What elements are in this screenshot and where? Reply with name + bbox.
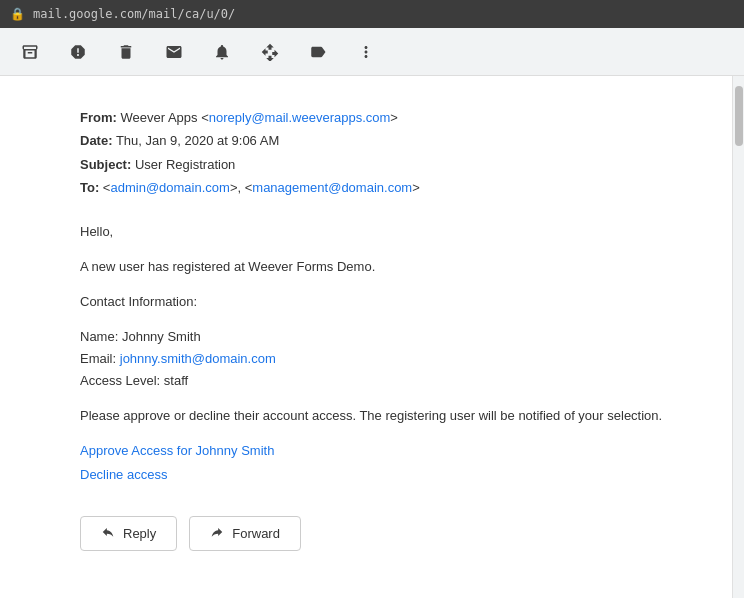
to-email-1[interactable]: admin@domain.com xyxy=(110,180,229,195)
action-buttons: Reply Forward xyxy=(80,506,672,551)
more-options-icon[interactable] xyxy=(352,38,380,66)
email-container: From: Weever Apps <noreply@mail.weeverap… xyxy=(0,76,744,598)
subject-line: Subject: User Registration xyxy=(80,153,672,176)
scrollbar[interactable] xyxy=(732,76,744,598)
to-label: To: xyxy=(80,180,99,195)
forward-icon xyxy=(210,525,224,542)
address-bar: 🔒 mail.google.com/mail/ca/u/0/ xyxy=(0,0,744,28)
to-email-2[interactable]: management@domain.com xyxy=(252,180,412,195)
reply-label: Reply xyxy=(123,526,156,541)
intro-text: A new user has registered at Weever Form… xyxy=(80,255,672,278)
lock-icon: 🔒 xyxy=(10,7,25,21)
label-icon[interactable] xyxy=(304,38,332,66)
spam-icon[interactable] xyxy=(64,38,92,66)
from-label: From: xyxy=(80,110,117,125)
forward-label: Forward xyxy=(232,526,280,541)
scrollbar-thumb[interactable] xyxy=(735,86,743,146)
reply-icon xyxy=(101,525,115,542)
to-line: To: <admin@domain.com>, <management@doma… xyxy=(80,176,672,199)
name-label: Name: xyxy=(80,329,118,344)
date-line: Date: Thu, Jan 9, 2020 at 9:06 AM xyxy=(80,129,672,152)
approval-message: Please approve or decline their account … xyxy=(80,404,672,427)
email-line: Email: johnny.smith@domain.com xyxy=(80,348,672,370)
toolbar xyxy=(0,28,744,76)
access-value: staff xyxy=(164,373,188,388)
delete-icon[interactable] xyxy=(112,38,140,66)
email-meta: From: Weever Apps <noreply@mail.weeverap… xyxy=(80,106,672,200)
contact-info: Name: Johnny Smith Email: johnny.smith@d… xyxy=(80,326,672,392)
url-text: mail.google.com/mail/ca/u/0/ xyxy=(33,7,235,21)
approve-link[interactable]: Approve Access for Johnny Smith xyxy=(80,439,672,462)
access-label: Access Level: xyxy=(80,373,160,388)
decline-link[interactable]: Decline access xyxy=(80,463,672,486)
subject-label: Subject: xyxy=(80,157,131,172)
subject-value: User Registration xyxy=(135,157,235,172)
move-to-icon[interactable] xyxy=(256,38,284,66)
email-body: Hello, A new user has registered at Weev… xyxy=(80,220,672,487)
reply-button[interactable]: Reply xyxy=(80,516,177,551)
from-email-link[interactable]: noreply@mail.weeverapps.com xyxy=(209,110,391,125)
date-value: Thu, Jan 9, 2020 at 9:06 AM xyxy=(116,133,279,148)
from-name: Weever Apps xyxy=(120,110,197,125)
snooze-icon[interactable] xyxy=(208,38,236,66)
from-line: From: Weever Apps <noreply@mail.weeverap… xyxy=(80,106,672,129)
archive-icon[interactable] xyxy=(16,38,44,66)
date-label: Date: xyxy=(80,133,113,148)
user-email-link[interactable]: johnny.smith@domain.com xyxy=(120,351,276,366)
name-line: Name: Johnny Smith xyxy=(80,326,672,348)
email-label: Email: xyxy=(80,351,116,366)
contact-header: Contact Information: xyxy=(80,290,672,313)
email-content: From: Weever Apps <noreply@mail.weeverap… xyxy=(0,76,732,598)
forward-button[interactable]: Forward xyxy=(189,516,301,551)
action-links: Approve Access for Johnny Smith Decline … xyxy=(80,439,672,486)
name-value: Johnny Smith xyxy=(122,329,201,344)
mark-unread-icon[interactable] xyxy=(160,38,188,66)
access-line: Access Level: staff xyxy=(80,370,672,392)
greeting: Hello, xyxy=(80,220,672,243)
